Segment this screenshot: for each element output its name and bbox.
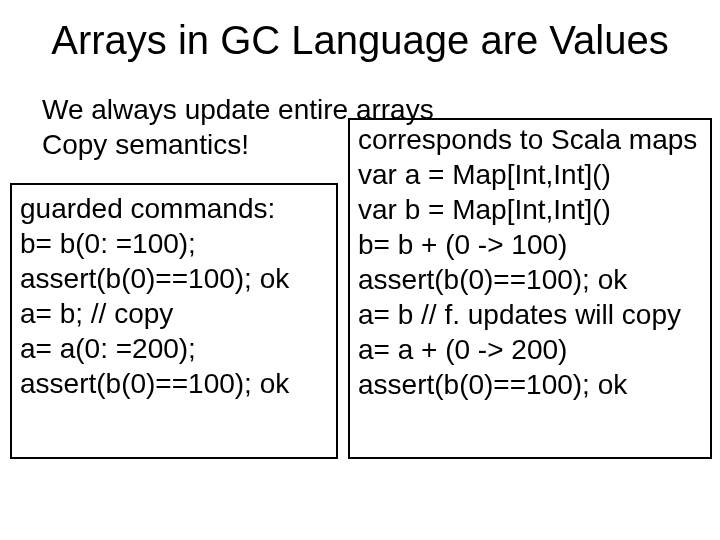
left-line-6: assert(b(0)==100); ok [20,366,328,401]
right-line-6: a= b // f. updates will copy [358,297,704,332]
right-line-3: var b = Map[Int,Int]() [358,192,704,227]
right-line-1: corresponds to Scala maps [358,122,704,157]
slide: Arrays in GC Language are Values We alwa… [0,0,720,540]
right-box: corresponds to Scala maps var a = Map[In… [348,118,712,459]
left-line-1: guarded commands: [20,191,328,226]
left-line-3: assert(b(0)==100); ok [20,261,328,296]
right-line-8: assert(b(0)==100); ok [358,367,704,402]
slide-title: Arrays in GC Language are Values [0,18,720,63]
right-line-4: b= b + (0 -> 100) [358,227,704,262]
left-line-2: b= b(0: =100); [20,226,328,261]
right-line-7: a= a + (0 -> 200) [358,332,704,367]
left-line-5: a= a(0: =200); [20,331,328,366]
left-box: guarded commands: b= b(0: =100); assert(… [10,183,338,459]
right-line-5: assert(b(0)==100); ok [358,262,704,297]
left-line-4: a= b; // copy [20,296,328,331]
right-line-2: var a = Map[Int,Int]() [358,157,704,192]
